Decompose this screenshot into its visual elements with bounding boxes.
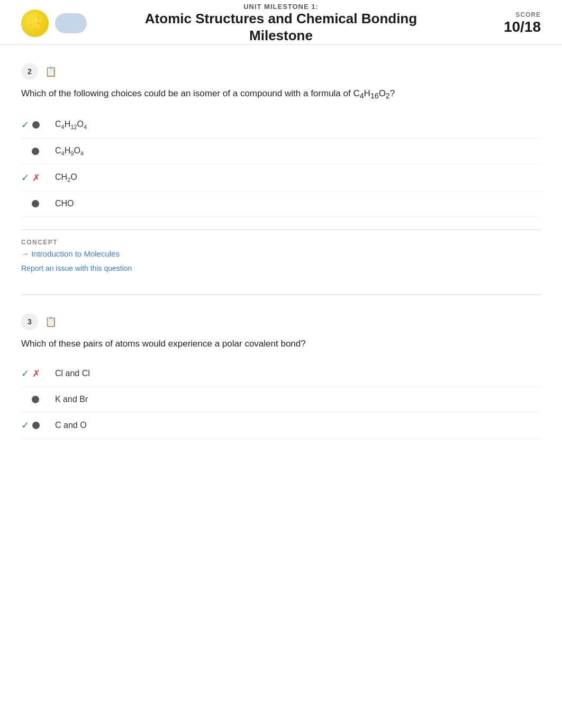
- empty-icon-3b: [21, 396, 29, 403]
- answer-text-3a: Cl and Cl: [55, 369, 90, 378]
- answer-text-2a: C4H12O4: [55, 120, 87, 130]
- incorrect-icon-2c: ✗: [32, 172, 40, 184]
- dot-icon-3b: [32, 396, 39, 403]
- answer-option-3b[interactable]: K and Br: [21, 387, 541, 412]
- dot-icon-2b: [32, 148, 39, 155]
- dot-icon-2d: [32, 200, 39, 207]
- score-block: SCORE 10/18: [504, 11, 541, 35]
- concept-link[interactable]: → Introduction to Molecules: [21, 249, 120, 258]
- score-value: 10/18: [504, 19, 541, 35]
- answer-option-3a[interactable]: ✓ ✗ Cl and Cl: [21, 360, 541, 387]
- question-3-block: 3 📋 Which of these pairs of atoms would …: [21, 301, 541, 444]
- question-2-icon: 📋: [43, 64, 58, 79]
- answer-option-2a[interactable]: ✓ C4H12O4: [21, 112, 541, 139]
- question-divider: [21, 294, 541, 295]
- correct-icon-2a: ✓: [21, 119, 29, 131]
- question-2-block: 2 📋 Which of the following choices could…: [21, 50, 541, 278]
- question-2-number: 2: [21, 63, 38, 80]
- header-title-block: UNIT MILESTONE 1: Atomic Structures and …: [141, 3, 422, 43]
- answer-icons-3b: [21, 396, 48, 403]
- dot-icon-3c: [32, 422, 40, 429]
- score-label: SCORE: [504, 11, 541, 19]
- logo-area: 🌟: [21, 10, 87, 37]
- answer-text-3b: K and Br: [55, 395, 88, 404]
- empty-icon-2d: [21, 200, 29, 207]
- answer-text-2d: CHO: [55, 199, 74, 208]
- question-3-number: 3: [21, 313, 38, 330]
- answer-text-2c: CH2O: [55, 172, 77, 183]
- logo-blob: [55, 13, 87, 33]
- answer-icons-3c: ✓: [21, 420, 48, 431]
- logo-circle: 🌟: [21, 10, 49, 37]
- answer-icons-2b: [21, 148, 48, 155]
- dot-icon-2a: [32, 121, 40, 129]
- answer-option-2c[interactable]: ✓ ✗ CH2O: [21, 165, 541, 192]
- answer-option-2b[interactable]: C4H9O4: [21, 139, 541, 165]
- incorrect-icon-3a: ✗: [32, 368, 40, 379]
- answer-icons-2c: ✓ ✗: [21, 172, 48, 184]
- answer-icons-3a: ✓ ✗: [21, 368, 48, 379]
- correct-icon-2c: ✓: [21, 172, 29, 184]
- question-3-icon: 📋: [43, 314, 58, 329]
- answer-option-3c[interactable]: ✓ C and O: [21, 412, 541, 439]
- question-3-text: Which of these pairs of atoms would expe…: [21, 336, 541, 351]
- question-2-text: Which of the following choices could be …: [21, 86, 541, 102]
- correct-icon-3c: ✓: [21, 420, 29, 431]
- answer-icons-2d: [21, 200, 48, 207]
- answer-icons-2a: ✓: [21, 119, 48, 131]
- question-2-header: 2 📋: [21, 63, 541, 80]
- main-content: 2 📋 Which of the following choices could…: [0, 50, 562, 444]
- question-3-header: 3 📋: [21, 313, 541, 330]
- answer-option-2d[interactable]: CHO: [21, 192, 541, 216]
- concept-section-2: CONCEPT → Introduction to Molecules Repo…: [21, 229, 541, 273]
- answer-text-3c: C and O: [55, 421, 87, 430]
- unit-label: UNIT MILESTONE 1:: [141, 3, 422, 11]
- report-link[interactable]: Report an issue with this question: [21, 264, 132, 272]
- concept-label: CONCEPT: [21, 239, 541, 246]
- page-title: Atomic Structures and Chemical Bonding M…: [141, 11, 422, 43]
- answer-text-2b: C4H9O4: [55, 146, 84, 157]
- empty-icon-2b: [21, 148, 29, 155]
- page-header: 🌟 UNIT MILESTONE 1: Atomic Structures an…: [0, 0, 562, 45]
- correct-icon-3a: ✓: [21, 368, 29, 379]
